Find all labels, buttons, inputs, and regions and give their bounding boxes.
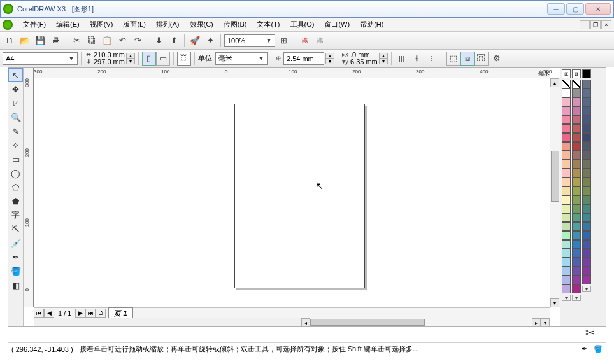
page-width[interactable]: 210.0 mm <box>94 52 125 58</box>
menu-bitmap[interactable]: 位图(B) <box>218 18 252 31</box>
color-swatch[interactable] <box>572 133 581 142</box>
zoom-combo[interactable]: 100% ▼ <box>224 34 275 47</box>
page-first[interactable]: ⏮ <box>34 309 44 318</box>
interactive-tool[interactable]: ⛏ <box>8 222 23 236</box>
maximize-button[interactable]: ▢ <box>566 3 584 15</box>
color-swatch[interactable] <box>572 97 581 106</box>
color-swatch[interactable] <box>572 124 581 133</box>
page-last[interactable]: ⏭ <box>85 309 96 318</box>
welcome-button[interactable]: ✦ <box>203 34 217 48</box>
palette-scroll[interactable]: ▾ <box>582 286 591 292</box>
color-swatch[interactable] <box>582 195 591 204</box>
palette-header-icon[interactable]: ⊠ <box>572 69 581 78</box>
color-swatch[interactable] <box>572 178 581 186</box>
menu-text[interactable]: 文本(T) <box>252 18 285 31</box>
pages-button[interactable]: ⿴ <box>177 52 191 66</box>
treat-button-2[interactable]: ⧈ <box>460 52 475 66</box>
undo-button[interactable]: ↶ <box>115 34 129 48</box>
outline-tool[interactable]: ✒ <box>8 250 23 264</box>
color-swatch[interactable] <box>562 178 571 186</box>
menu-effects[interactable]: 效果(C) <box>185 18 218 31</box>
horizontal-ruler[interactable]: 毫米 3002001000100200300400500 <box>34 68 550 78</box>
color-swatch[interactable] <box>562 169 571 178</box>
color-swatch[interactable] <box>582 178 591 186</box>
color-swatch[interactable] <box>562 115 571 124</box>
color-swatch[interactable] <box>582 124 591 133</box>
color-swatch[interactable] <box>572 267 581 276</box>
color-swatch[interactable] <box>572 240 581 249</box>
color-swatch[interactable] <box>562 133 571 142</box>
color-swatch[interactable] <box>582 249 591 258</box>
no-color-swatch[interactable] <box>572 80 581 88</box>
menu-file[interactable]: 文件(F) <box>18 18 51 31</box>
scissors-icon[interactable]: ✂ <box>585 326 595 340</box>
zoom-tool[interactable]: 🔍 <box>8 110 23 124</box>
color-swatch[interactable] <box>582 186 591 195</box>
page-height[interactable]: 297.0 mm <box>94 59 125 65</box>
color-swatch[interactable] <box>572 151 581 160</box>
color-swatch[interactable] <box>562 106 571 115</box>
color-swatch[interactable] <box>562 186 571 195</box>
color-swatch[interactable] <box>562 124 571 133</box>
color-swatch[interactable] <box>562 151 571 160</box>
horizontal-scrollbar[interactable]: ◂ ▸ ▾ <box>34 318 550 326</box>
color-swatch[interactable] <box>572 169 581 178</box>
polygon-tool[interactable]: ⬠ <box>8 180 23 194</box>
color-swatch[interactable] <box>562 97 571 106</box>
align-button-1[interactable]: ⫼ <box>395 52 409 66</box>
color-swatch[interactable] <box>572 276 581 284</box>
color-swatch[interactable] <box>572 284 581 293</box>
dup-spinner-down[interactable]: ▾ <box>379 59 388 64</box>
paste-button[interactable]: 📋 <box>100 34 114 48</box>
export-button[interactable]: ⬆ <box>167 34 181 48</box>
color-swatch[interactable] <box>582 240 591 249</box>
app-launcher-button[interactable]: 🚀 <box>188 34 202 48</box>
app-icon[interactable] <box>3 20 13 30</box>
menu-layout[interactable]: 版面(L) <box>118 18 150 31</box>
vscroll-up[interactable]: ▴ <box>550 78 559 87</box>
copy-button[interactable]: ⿻ <box>85 34 99 48</box>
hscroll-left[interactable]: ◂ <box>301 318 310 326</box>
nudge-spinner-up[interactable]: ▴ <box>325 53 334 59</box>
pick-tool[interactable]: ↖ <box>8 68 23 82</box>
color-swatch[interactable] <box>572 160 581 169</box>
palette-scroll[interactable]: ▾ <box>562 295 571 301</box>
menu-view[interactable]: 视图(V) <box>85 18 118 31</box>
color-swatch[interactable] <box>562 240 571 249</box>
no-color-swatch[interactable] <box>562 80 571 88</box>
treat-button-3[interactable]: ⿵ <box>475 52 489 66</box>
color-swatch[interactable] <box>562 267 571 276</box>
nudge-field[interactable]: 2.54 mm <box>283 52 324 65</box>
drawing-page[interactable] <box>234 104 365 288</box>
dup-x[interactable]: .0 mm <box>350 52 370 58</box>
paper-size-combo[interactable]: A4 ▼ <box>3 52 78 65</box>
align-button-2[interactable]: ⫵ <box>410 52 424 66</box>
rectangle-tool[interactable]: ▭ <box>8 152 23 166</box>
treat-button-1[interactable]: ⬚ <box>446 52 460 66</box>
fill-indicator-icon[interactable]: 🪣 <box>594 345 603 353</box>
doc-close-button[interactable]: × <box>601 20 611 29</box>
fill-tool[interactable]: 🪣 <box>8 264 23 278</box>
snap-button[interactable]: ⊞ <box>276 34 290 48</box>
open-button[interactable]: 📂 <box>18 34 32 48</box>
color-swatch[interactable] <box>572 195 581 204</box>
canvas[interactable]: ↖ <box>34 78 550 307</box>
color-swatch[interactable] <box>572 249 581 258</box>
color-swatch[interactable] <box>582 204 591 213</box>
color-swatch[interactable] <box>572 213 581 222</box>
menu-help[interactable]: 帮助(H) <box>355 18 389 31</box>
freehand-tool[interactable]: ✎ <box>8 124 23 138</box>
align-button-3[interactable]: ⫶ <box>425 52 439 66</box>
portrait-button[interactable]: ▯ <box>142 52 156 66</box>
color-swatch[interactable] <box>572 106 581 115</box>
color-swatch[interactable] <box>572 204 581 213</box>
page-tab-1[interactable]: 页 1 <box>108 307 132 319</box>
print-button[interactable]: 🖶 <box>48 34 62 48</box>
vertical-ruler[interactable]: 3002001000 <box>24 78 34 307</box>
color-swatch[interactable] <box>562 284 571 293</box>
minimize-button[interactable]: ─ <box>547 3 565 15</box>
color-swatch[interactable] <box>582 151 591 160</box>
color-swatch[interactable] <box>562 222 571 231</box>
color-swatch[interactable] <box>582 160 591 169</box>
palette-header-icon[interactable] <box>582 69 591 78</box>
